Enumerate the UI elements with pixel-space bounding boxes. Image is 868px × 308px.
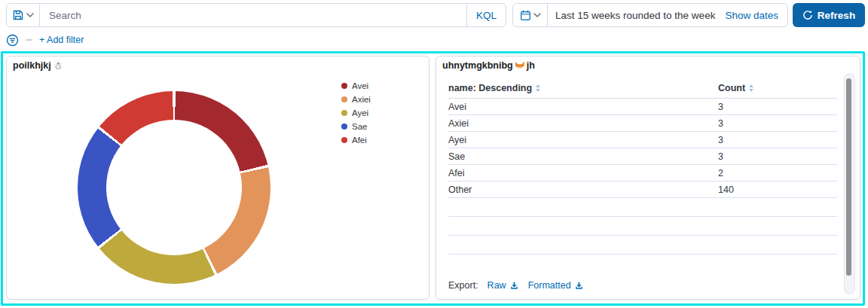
legend-color-dot: [341, 124, 347, 130]
legend-label: Sae: [352, 122, 367, 131]
calendar-icon: [520, 10, 531, 21]
refresh-icon: [802, 10, 813, 20]
table-header-row: name: Descending Count: [448, 78, 837, 99]
table-row: Other140: [448, 181, 837, 198]
filter-bar-dash: [26, 39, 32, 41]
filter-bar: + Add filter: [6, 33, 84, 47]
table-scrollbar-track[interactable]: [844, 73, 855, 294]
export-label: Export:: [448, 280, 478, 291]
refresh-button[interactable]: Refresh: [793, 3, 865, 27]
count-cell: 140: [718, 184, 734, 195]
legend-item[interactable]: Avei: [341, 79, 371, 93]
name-cell[interactable]: Axiei: [448, 118, 469, 129]
count-cell: 3: [718, 118, 723, 129]
export-formatted-link[interactable]: Formatted: [528, 280, 584, 291]
filter-icon: [6, 34, 19, 47]
legend-label: Ayei: [352, 108, 368, 117]
export-raw-label: Raw: [487, 280, 506, 291]
count-cell: 3: [718, 102, 723, 112]
download-icon: [509, 281, 519, 291]
table-scrollbar-thumb[interactable]: [846, 78, 851, 276]
legend-item[interactable]: Sae: [341, 120, 371, 133]
legend-label: Axiei: [352, 95, 371, 104]
legend-item[interactable]: Ayei: [341, 106, 371, 120]
table-row-empty: [448, 236, 837, 255]
data-table-panel: uhnytmgkbnibg jh name: Descending Count …: [436, 56, 860, 300]
search-bar: KQL: [6, 3, 506, 27]
count-cell: 3: [718, 135, 723, 145]
kql-button[interactable]: KQL: [466, 4, 506, 26]
refresh-button-label: Refresh: [818, 10, 855, 21]
export-row: Export: Raw Formatted: [448, 280, 584, 291]
table-panel-title-text: uhnytmgkbnibg: [442, 60, 513, 71]
save-icon: [12, 9, 24, 21]
table-panel-title-suffix: jh: [527, 60, 535, 71]
legend-color-dot: [341, 110, 347, 116]
column-header-count[interactable]: Count: [718, 83, 753, 93]
legend-label: Avei: [352, 81, 368, 90]
pie-panel-title[interactable]: poilkhjkj ☃: [13, 60, 62, 71]
column-header-count-label: Count: [718, 83, 745, 93]
sort-arrows-icon: [749, 84, 753, 92]
name-cell[interactable]: Other: [448, 184, 472, 195]
pie-panel-title-text: poilkhjkj: [13, 60, 51, 71]
search-input[interactable]: [40, 10, 466, 21]
export-raw-link[interactable]: Raw: [487, 280, 519, 291]
table-body: Avei3Axiei3Ayei3Sae3Afei2Other140: [448, 99, 837, 255]
legend-label: Afei: [352, 136, 367, 145]
chart-legend: AveiAxieiAyeiSaeAfei: [341, 79, 371, 147]
column-header-name-label: name: Descending: [448, 83, 532, 93]
name-cell[interactable]: Sae: [448, 151, 465, 162]
legend-item[interactable]: Afei: [341, 133, 371, 147]
count-cell: 3: [718, 151, 723, 162]
count-cell: 2: [718, 168, 723, 178]
table-row: Avei3: [448, 99, 837, 115]
legend-color-dot: [341, 96, 347, 102]
name-cell[interactable]: Afei: [448, 168, 465, 178]
table-panel-title[interactable]: uhnytmgkbnibg jh: [442, 60, 535, 71]
snowman-emoji-icon: ☃: [53, 61, 63, 71]
date-quick-select-button[interactable]: [513, 4, 548, 26]
saved-query-menu-button[interactable]: [7, 4, 40, 26]
download-icon: [574, 281, 584, 291]
legend-item[interactable]: Axiei: [341, 93, 371, 106]
table-row: Ayei3: [448, 132, 837, 148]
name-cell[interactable]: Ayei: [448, 135, 466, 145]
pie-chart-panel: poilkhjkj ☃ AveiAxieiAyeiSaeAfei: [6, 56, 429, 300]
date-picker: Last 15 weeks rounded to the week Show d…: [512, 3, 788, 27]
donut-chart[interactable]: [78, 91, 270, 284]
chevron-down-icon: [26, 13, 34, 17]
table-row: Axiei3: [448, 115, 837, 132]
date-range-display[interactable]: Last 15 weeks rounded to the week: [548, 10, 716, 21]
table-row-empty: [448, 217, 837, 236]
legend-color-dot: [341, 137, 347, 143]
legend-color-dot: [341, 83, 347, 89]
table-row: Afei2: [448, 165, 837, 181]
sort-arrows-icon: [536, 84, 540, 92]
donut-hole: [106, 120, 242, 255]
chevron-down-icon: [533, 13, 541, 17]
fox-emoji-icon: [515, 62, 524, 70]
add-filter-button[interactable]: + Add filter: [39, 35, 84, 45]
table-row-empty: [448, 198, 837, 217]
name-cell[interactable]: Avei: [448, 102, 466, 112]
table-row: Sae3: [448, 148, 837, 165]
export-formatted-label: Formatted: [528, 280, 571, 291]
column-header-name[interactable]: name: Descending: [448, 83, 540, 93]
data-table: name: Descending Count Avei3Axiei3Ayei3S…: [448, 78, 837, 255]
show-dates-button[interactable]: Show dates: [716, 10, 787, 21]
